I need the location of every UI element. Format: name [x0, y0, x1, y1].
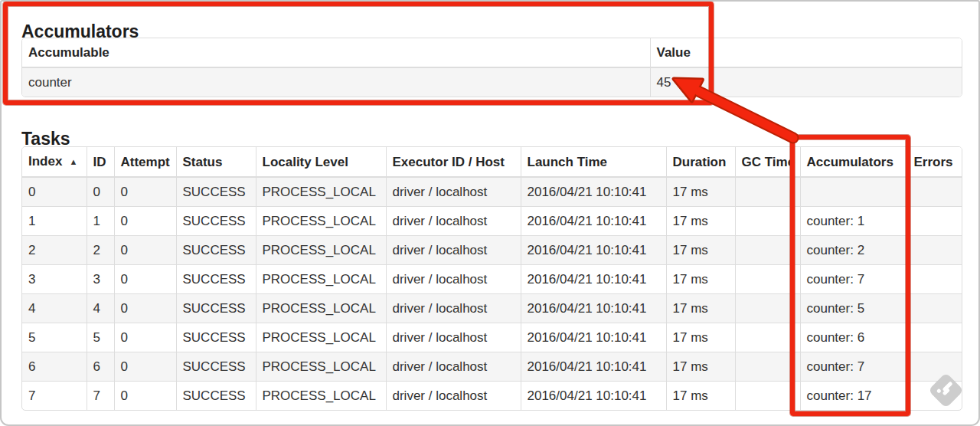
cell-executor-id-host: driver / localhost [386, 177, 521, 207]
cell-locality-level: PROCESS_LOCAL [256, 382, 386, 411]
cell-launch-time: 2016/04/21 10:10:41 [521, 177, 666, 207]
cell-status: SUCCESS [176, 323, 256, 352]
table-row: 110SUCCESSPROCESS_LOCALdriver / localhos… [22, 207, 962, 236]
cell-errors [907, 294, 962, 323]
table-header-row: Index▲IDAttemptStatusLocality LevelExecu… [22, 147, 962, 177]
cell-attempt: 0 [114, 207, 176, 236]
column-header-index[interactable]: Index▲ [22, 147, 87, 177]
column-header-label: Value [657, 45, 691, 60]
table-header-row: AccumulableValue [22, 38, 962, 67]
column-header-errors[interactable]: Errors [907, 147, 962, 177]
table-row: 660SUCCESSPROCESS_LOCALdriver / localhos… [22, 352, 962, 382]
cell-accumulators: counter: 17 [800, 382, 907, 411]
cell-id: 6 [87, 352, 114, 382]
cell-executor-id-host: driver / localhost [386, 207, 521, 236]
column-header-duration[interactable]: Duration [666, 147, 735, 177]
cell-status: SUCCESS [176, 177, 256, 207]
cell-errors [907, 236, 962, 265]
cell-attempt: 0 [114, 323, 176, 352]
cell-gc-time [735, 294, 800, 323]
cell-index: 6 [22, 352, 87, 382]
cell-accumulators: counter: 6 [800, 323, 907, 352]
cell-gc-time [735, 236, 800, 265]
cell-index: 7 [22, 382, 87, 411]
watermark-dot [936, 388, 942, 394]
column-header-label: Launch Time [528, 155, 608, 169]
cell-executor-id-host: driver / localhost [386, 236, 521, 265]
cell-accumulators: counter: 5 [800, 294, 907, 323]
cell-executor-id-host: driver / localhost [386, 323, 521, 352]
cell-accumulable: counter [22, 67, 650, 97]
cell-errors [907, 265, 962, 294]
cell-id: 0 [87, 177, 114, 207]
column-header-label: GC Time [742, 155, 795, 169]
column-header-accumulators[interactable]: Accumulators [800, 147, 907, 177]
cell-duration: 17 ms [666, 323, 735, 352]
cell-errors [907, 177, 962, 207]
accumulators-table: AccumulableValue counter45 [21, 38, 962, 97]
cell-gc-time [735, 323, 800, 352]
column-header-label: Executor ID / Host [393, 155, 505, 169]
cell-id: 3 [87, 265, 114, 294]
cell-status: SUCCESS [176, 382, 256, 411]
cell-accumulators: counter: 2 [800, 236, 907, 265]
cell-duration: 17 ms [666, 265, 735, 294]
cell-duration: 17 ms [666, 236, 735, 265]
cell-status: SUCCESS [176, 265, 256, 294]
column-header-label: Accumulators [807, 155, 893, 169]
cell-accumulators: counter: 7 [800, 265, 907, 294]
tasks-table-grid: Index▲IDAttemptStatusLocality LevelExecu… [22, 147, 962, 410]
column-header-launch-time[interactable]: Launch Time [521, 147, 666, 177]
cell-locality-level: PROCESS_LOCAL [256, 177, 386, 207]
column-header-value[interactable]: Value [650, 38, 962, 67]
cell-id: 4 [87, 294, 114, 323]
cell-status: SUCCESS [176, 294, 256, 323]
table-row: counter45 [22, 67, 962, 97]
column-header-label: Locality Level [263, 155, 348, 169]
column-header-label: Status [183, 155, 223, 169]
cell-launch-time: 2016/04/21 10:10:41 [521, 323, 666, 352]
cell-gc-time [735, 207, 800, 236]
cell-index: 5 [22, 323, 87, 352]
cell-id: 1 [87, 207, 114, 236]
cell-gc-time [735, 352, 800, 382]
table-row: 330SUCCESSPROCESS_LOCALdriver / localhos… [22, 265, 962, 294]
cell-launch-time: 2016/04/21 10:10:41 [521, 236, 666, 265]
cell-gc-time [735, 177, 800, 207]
cell-executor-id-host: driver / localhost [386, 352, 521, 382]
column-header-label: Duration [673, 155, 727, 169]
column-header-executor-id-host[interactable]: Executor ID / Host [386, 147, 521, 177]
cell-status: SUCCESS [176, 352, 256, 382]
cell-locality-level: PROCESS_LOCAL [256, 265, 386, 294]
cell-accumulators: counter: 7 [800, 352, 907, 382]
table-row: 770SUCCESSPROCESS_LOCALdriver / localhos… [22, 382, 962, 411]
cell-id: 2 [87, 236, 114, 265]
cell-locality-level: PROCESS_LOCAL [256, 207, 386, 236]
cell-locality-level: PROCESS_LOCAL [256, 236, 386, 265]
cell-index: 0 [22, 177, 87, 207]
column-header-label: Attempt [121, 155, 170, 169]
cell-index: 1 [22, 207, 87, 236]
cell-errors [907, 352, 962, 382]
column-header-attempt[interactable]: Attempt [114, 147, 176, 177]
cell-gc-time [735, 265, 800, 294]
cell-duration: 17 ms [666, 352, 735, 382]
cell-launch-time: 2016/04/21 10:10:41 [521, 207, 666, 236]
column-header-id[interactable]: ID [87, 147, 114, 177]
column-header-status[interactable]: Status [176, 147, 256, 177]
table-row: 000SUCCESSPROCESS_LOCALdriver / localhos… [22, 177, 962, 207]
column-header-label: Errors [914, 155, 953, 169]
cell-locality-level: PROCESS_LOCAL [256, 352, 386, 382]
cell-launch-time: 2016/04/21 10:10:41 [521, 265, 666, 294]
column-header-gc-time[interactable]: GC Time [735, 147, 800, 177]
cell-duration: 17 ms [666, 177, 735, 207]
cell-accumulators: counter: 1 [800, 207, 907, 236]
cell-id: 7 [87, 382, 114, 411]
cell-attempt: 0 [114, 177, 176, 207]
cell-attempt: 0 [114, 294, 176, 323]
column-header-locality-level[interactable]: Locality Level [256, 147, 386, 177]
cell-launch-time: 2016/04/21 10:10:41 [521, 352, 666, 382]
table-row: 440SUCCESSPROCESS_LOCALdriver / localhos… [22, 294, 962, 323]
column-header-accumulable[interactable]: Accumulable [22, 38, 650, 67]
column-header-label: Index [28, 154, 62, 169]
